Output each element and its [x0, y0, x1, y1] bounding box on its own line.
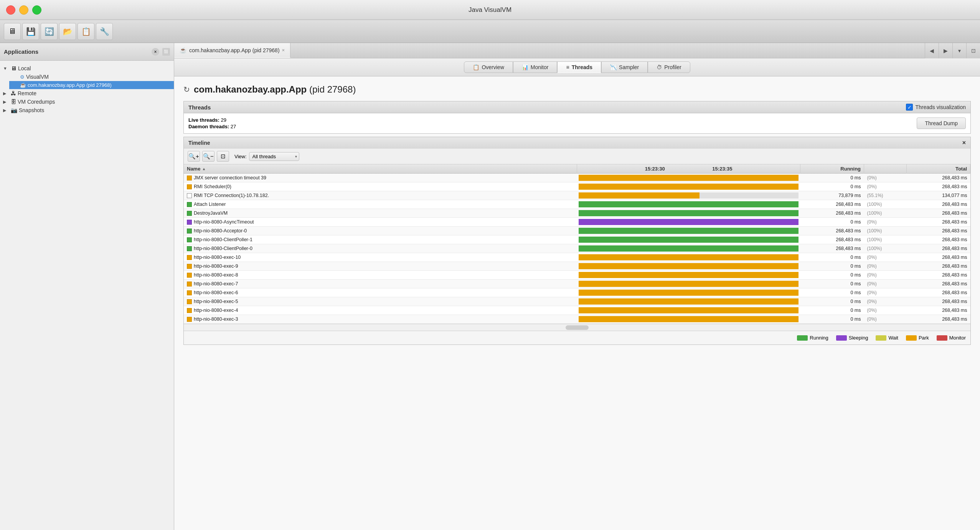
- thread-name-label: http-nio-8080-ClientPoller-0: [194, 246, 252, 251]
- tab-restore-button[interactable]: ⊡: [966, 43, 980, 58]
- tab-profiler-label: Profiler: [664, 64, 681, 70]
- content-area: ☕ com.hakanozbay.app.App (pid 27968) × ◀…: [174, 43, 980, 530]
- thread-bar-fill: [579, 228, 799, 234]
- sidebar-label-app: com.hakanozbay.app.App (pid 27968): [28, 82, 112, 88]
- table-row[interactable]: http-nio-8080-ClientPoller-1268,483 ms(1…: [184, 235, 970, 244]
- sidebar-item-visualvm[interactable]: ⚙ VisualVM: [9, 73, 174, 81]
- table-row[interactable]: http-nio-8080-exec-60 ms(0%)268,483 ms: [184, 288, 970, 297]
- timeline-header: Timeline ×: [184, 137, 970, 149]
- sidebar-maximize-button[interactable]: ⬜: [162, 48, 170, 56]
- table-row[interactable]: http-nio-8080-exec-70 ms(0%)268,483 ms: [184, 280, 970, 288]
- zoom-in-button[interactable]: 🔍+: [188, 151, 200, 162]
- col-running: Running: [800, 164, 864, 174]
- toolbar-btn-4[interactable]: 📂: [59, 23, 76, 40]
- close-button[interactable]: [6, 5, 15, 15]
- tab-threads[interactable]: ≡ Threads: [557, 61, 601, 73]
- table-row[interactable]: RMI TCP Connection(1)-10.78.182.73,879 m…: [184, 191, 970, 200]
- table-row[interactable]: DestroyJavaVM268,483 ms(100%)268,483 ms: [184, 209, 970, 218]
- thread-pct-cell: (0%): [864, 288, 907, 297]
- sidebar-close-button[interactable]: ×: [152, 48, 159, 56]
- thread-bar-cell: [577, 280, 800, 288]
- tab-bar-controls: ◀ ▶ ▾ ⊡: [925, 43, 980, 58]
- thread-bar-cell: [577, 182, 800, 191]
- threads-viz-check[interactable]: ✓ Threads visualization: [906, 104, 966, 111]
- thread-name-cell: http-nio-8080-exec-10: [184, 253, 577, 262]
- thread-running-cell: 0 ms: [800, 315, 864, 324]
- refresh-icon[interactable]: ↻: [183, 85, 190, 94]
- tab-monitor[interactable]: 📊 Monitor: [513, 61, 558, 73]
- thread-dump-button[interactable]: Thread Dump: [917, 118, 966, 129]
- thread-bar-cell: [577, 174, 800, 182]
- maximize-button[interactable]: [32, 5, 41, 15]
- table-row[interactable]: http-nio-8080-AsyncTimeout0 ms(0%)268,48…: [184, 218, 970, 227]
- thread-icon: [187, 211, 192, 216]
- col-name: Name ▲: [184, 164, 577, 174]
- table-row[interactable]: http-nio-8080-exec-50 ms(0%)268,483 ms: [184, 297, 970, 306]
- toolbar-btn-2[interactable]: 💾: [22, 23, 39, 40]
- table-row[interactable]: JMX server connection timeout 390 ms(0%)…: [184, 174, 970, 182]
- sidebar-item-local[interactable]: ▼ 🖥 Local: [0, 64, 174, 73]
- thread-running-cell: 73,879 ms: [800, 191, 864, 200]
- thread-bar-cell: [577, 271, 800, 280]
- timeline-close-icon[interactable]: ×: [962, 139, 966, 146]
- tab-back-button[interactable]: ◀: [925, 43, 939, 58]
- minimize-button[interactable]: [19, 5, 28, 15]
- table-row[interactable]: http-nio-8080-Acceptor-0268,483 ms(100%)…: [184, 227, 970, 235]
- toolbar-btn-1[interactable]: 🖥: [4, 23, 21, 40]
- snapshots-toggle: ▶: [3, 108, 9, 113]
- thread-total-cell: 268,483 ms: [906, 200, 970, 209]
- tab-overview[interactable]: 📋 Overview: [464, 61, 513, 73]
- thread-icon: [187, 255, 192, 260]
- view-select[interactable]: All threads Live threads Finished thread…: [249, 152, 299, 161]
- sidebar-item-remote[interactable]: ▶ 🖧 Remote: [0, 89, 174, 98]
- toolbar-btn-3[interactable]: 🔄: [41, 23, 58, 40]
- legend-park: Park: [906, 335, 929, 341]
- table-row[interactable]: http-nio-8080-exec-30 ms(0%)268,483 ms: [184, 315, 970, 324]
- tab-app-icon: ☕: [180, 47, 187, 54]
- scrollbar-thumb[interactable]: [566, 325, 589, 330]
- table-row[interactable]: http-nio-8080-exec-90 ms(0%)268,483 ms: [184, 262, 970, 271]
- thread-total-cell: 268,483 ms: [906, 235, 970, 244]
- sidebar-label-local: Local: [18, 65, 31, 71]
- thread-name-cell: Attach Listener: [184, 200, 577, 209]
- horizontal-scrollbar[interactable]: [184, 324, 970, 331]
- thread-icon: [187, 299, 192, 304]
- thread-pct-cell: (100%): [864, 209, 907, 218]
- sidebar-item-snapshots[interactable]: ▶ 📷 Snapshots: [0, 106, 174, 114]
- tab-forward-button[interactable]: ▶: [939, 43, 952, 58]
- toolbar-btn-6[interactable]: 🔧: [96, 23, 113, 40]
- tab-close-button[interactable]: ×: [282, 47, 285, 53]
- zoom-out-button[interactable]: 🔍−: [202, 151, 214, 162]
- sidebar-item-coredumps[interactable]: ▶ 🗄 VM Coredumps: [0, 98, 174, 106]
- toolbar-btn-5[interactable]: 📋: [78, 23, 94, 40]
- thread-total-cell: 268,483 ms: [906, 297, 970, 306]
- sidebar-content: ▼ 🖥 Local ⚙ VisualVM ☕ com.hakanozbay.ap…: [0, 61, 174, 530]
- thread-bar-cell: [577, 218, 800, 227]
- local-icon: 🖥: [11, 65, 16, 71]
- thread-name-cell: http-nio-8080-Acceptor-0: [184, 227, 577, 235]
- tab-profiler[interactable]: ⏱ Profiler: [648, 61, 690, 73]
- tab-overview-label: Overview: [482, 64, 504, 70]
- table-row[interactable]: http-nio-8080-exec-100 ms(0%)268,483 ms: [184, 253, 970, 262]
- table-row[interactable]: http-nio-8080-ClientPoller-0268,483 ms(1…: [184, 244, 970, 253]
- remote-toggle: ▶: [3, 91, 9, 96]
- tab-dropdown-button[interactable]: ▾: [952, 43, 966, 58]
- thread-running-cell: 0 ms: [800, 262, 864, 271]
- thread-bar-cell: [577, 191, 800, 200]
- table-row[interactable]: Attach Listener268,483 ms(100%)268,483 m…: [184, 200, 970, 209]
- thread-bar-cell: [577, 227, 800, 235]
- app-title: com.hakanozbay.app.App (pid 27968): [194, 84, 356, 95]
- thread-bar-background: [579, 237, 799, 243]
- sidebar-item-app[interactable]: ☕ com.hakanozbay.app.App (pid 27968): [9, 81, 174, 89]
- thread-name-label: http-nio-8080-exec-5: [194, 299, 238, 304]
- col-time-range: 15:23:30 15:23:35: [577, 164, 800, 174]
- tab-sampler[interactable]: 📉 Sampler: [601, 61, 648, 73]
- table-row[interactable]: http-nio-8080-exec-80 ms(0%)268,483 ms: [184, 271, 970, 280]
- sidebar-label-visualvm: VisualVM: [26, 74, 49, 80]
- table-row[interactable]: http-nio-8080-exec-40 ms(0%)268,483 ms: [184, 306, 970, 315]
- tab-app[interactable]: ☕ com.hakanozbay.app.App (pid 27968) ×: [174, 43, 290, 58]
- zoom-fit-button[interactable]: ⊡: [217, 151, 229, 162]
- thread-icon: [187, 317, 192, 322]
- threads-viz-checkbox[interactable]: ✓: [906, 104, 913, 111]
- table-row[interactable]: RMI Scheduler(0)0 ms(0%)268,483 ms: [184, 182, 970, 191]
